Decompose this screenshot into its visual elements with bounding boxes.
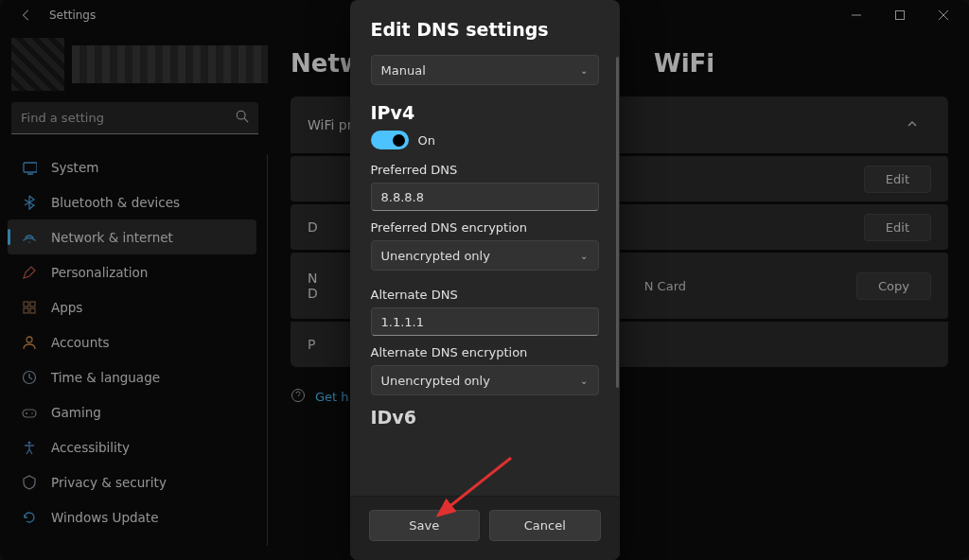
dialog-scrollbar[interactable] [616, 57, 619, 388]
chevron-down-icon: ⌄ [580, 251, 588, 261]
preferred-dns-label: Preferred DNS [371, 163, 599, 177]
preferred-dns-input[interactable] [371, 183, 599, 211]
chevron-down-icon: ⌄ [580, 376, 588, 386]
chevron-down-icon: ⌄ [580, 65, 588, 76]
cancel-button[interactable]: Cancel [489, 510, 601, 541]
edit-dns-dialog: Edit DNS settings Manual ⌄ IPv4 On Prefe… [350, 0, 620, 560]
preferred-dns-enc-select[interactable]: Unencrypted only ⌄ [371, 240, 599, 271]
save-button[interactable]: Save [369, 510, 481, 541]
alternate-dns-enc-label: Alternate DNS encryption [371, 345, 599, 359]
ipv4-heading: IPv4 [371, 102, 599, 123]
preferred-dns-enc-label: Preferred DNS encryption [371, 220, 599, 235]
toggle-state-label: On [418, 133, 435, 148]
alternate-dns-label: Alternate DNS [371, 288, 599, 302]
alternate-dns-input[interactable] [371, 307, 599, 336]
ipv4-toggle[interactable] [371, 131, 409, 149]
modal-overlay: Edit DNS settings Manual ⌄ IPv4 On Prefe… [0, 0, 969, 560]
ipv6-heading: IDv6 [371, 407, 599, 428]
alternate-dns-enc-select[interactable]: Unencrypted only ⌄ [371, 365, 599, 395]
dns-mode-select[interactable]: Manual ⌄ [371, 55, 599, 85]
dialog-title: Edit DNS settings [371, 19, 599, 40]
